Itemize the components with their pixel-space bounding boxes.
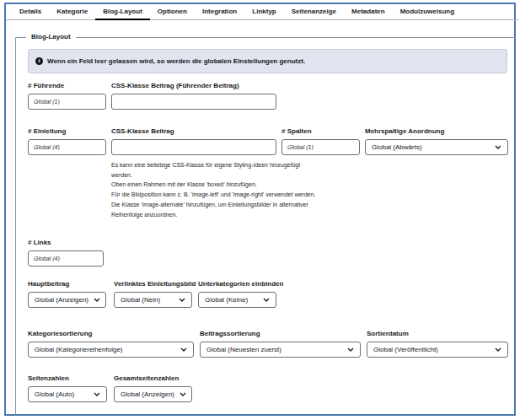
row-links: # Links — [28, 239, 104, 267]
css-beitrag-label: CSS-Klasse Beitrag — [111, 127, 276, 135]
hauptbeitrag-label: Hauptbeitrag — [28, 280, 106, 288]
tab-seitenanzeige[interactable]: Seitenanzeige — [284, 4, 344, 19]
select-value: Global (Neuesten zuerst) — [206, 346, 281, 353]
help-paragraph: Es kann eine beliebige CSS-Klasse für ei… — [111, 160, 317, 180]
field-mehrspaltige-anordnung: Mehrspaltige Anordnung Global (Abwärts) — [365, 127, 508, 155]
field-css-beitrag: CSS-Klasse Beitrag Es kann eine beliebig… — [111, 127, 276, 219]
select-value: Global (Nein) — [121, 296, 160, 304]
kategoriesortierung-select[interactable]: Global (Kategoriereihenfolge) — [28, 342, 194, 358]
row-einleitung: # Einleitung CSS-Klasse Beitrag Es kann … — [28, 127, 508, 219]
row-fuehrende: # Führende CSS-Klasse Beitrag (Führender… — [28, 82, 276, 110]
chevron-down-icon — [179, 298, 185, 302]
mehrspaltige-anordnung-select[interactable]: Global (Abwärts) — [365, 139, 508, 155]
field-seitenzahlen: Seitenzahlen Global (Auto) — [28, 374, 107, 402]
field-gesamtseitenzahlen: Gesamtseitenzahlen Global (Anzeigen) — [114, 374, 192, 402]
field-kategoriesortierung: Kategoriesortierung Global (Kategorierei… — [28, 330, 194, 358]
spalten-label: # Spalten — [281, 127, 360, 135]
sortierdatum-label: Sortierdatum — [367, 330, 508, 337]
beitragssortierung-select[interactable]: Global (Neuesten zuerst) — [200, 342, 361, 358]
unterkategorien-einbinden-select[interactable]: Global (Keine) — [198, 292, 276, 308]
tab-bar: Details Kategorie Blog-Layout Optionen I… — [6, 4, 518, 20]
tab-modulzuweisung[interactable]: Modulzuweisung — [393, 4, 462, 19]
select-value: Global (Keine) — [205, 296, 248, 304]
einleitung-label: # Einleitung — [28, 127, 106, 135]
beitragssortierung-label: Beitragssortierung — [200, 330, 361, 337]
spalten-input[interactable] — [281, 139, 360, 155]
seitenzahlen-label: Seitenzahlen — [28, 374, 107, 382]
chevron-down-icon — [347, 347, 354, 352]
tab-blog-layout[interactable]: Blog-Layout — [95, 4, 150, 20]
sortierdatum-select[interactable]: Global (Veröffentlicht) — [367, 342, 508, 358]
help-paragraph: Oben einen Rahmen mit der Klasse 'boxed'… — [111, 180, 317, 190]
tab-metadaten[interactable]: Metadaten — [344, 4, 393, 19]
field-fuehrende: # Führende — [28, 82, 106, 110]
tab-kategorie[interactable]: Kategorie — [49, 4, 95, 19]
info-alert-text: Wenn ein Feld leer gelassen wird, so wer… — [47, 57, 305, 65]
mehrspaltige-anordnung-label: Mehrspaltige Anordnung — [365, 127, 508, 135]
css-fuehrend-label: CSS-Klasse Beitrag (Führender Beitrag) — [111, 82, 276, 89]
select-value: Global (Kategoriereihenfolge) — [35, 346, 123, 353]
chevron-down-icon — [94, 298, 100, 302]
gesamtseitenzahlen-select[interactable]: Global (Anzeigen) — [114, 386, 192, 402]
css-beitrag-help-text: Es kann eine beliebige CSS-Klasse für ei… — [111, 160, 317, 219]
tab-integration[interactable]: Integration — [195, 4, 244, 19]
fuehrende-input[interactable] — [28, 94, 106, 110]
row-seitenzahlen: Seitenzahlen Global (Auto) Gesamtseitenz… — [28, 374, 192, 402]
chevron-down-icon — [495, 145, 501, 149]
help-paragraph: Für die Bildposition kann z. B. 'image-l… — [111, 190, 317, 219]
field-css-fuehrend: CSS-Klasse Beitrag (Führender Beitrag) — [111, 82, 276, 110]
chevron-down-icon — [495, 347, 501, 352]
select-value: Global (Auto) — [35, 390, 74, 398]
unterkategorien-einbinden-label: Unterkategorien einbinden — [198, 280, 276, 288]
info-icon: i — [35, 57, 43, 65]
select-value: Global (Veröffentlicht) — [373, 346, 438, 353]
select-value: Global (Abwärts) — [372, 143, 422, 151]
field-spalten: # Spalten — [281, 127, 360, 155]
chevron-down-icon — [180, 347, 187, 352]
chevron-down-icon — [263, 298, 270, 302]
field-verlinktes-einleitungsbild: Verlinktes Einleitungsbild Global (Nein) — [114, 280, 192, 308]
tab-details[interactable]: Details — [12, 4, 49, 19]
info-alert: i Wenn ein Feld leer gelassen wird, so w… — [28, 49, 507, 73]
tab-optionen[interactable]: Optionen — [150, 4, 195, 19]
css-beitrag-input[interactable] — [111, 139, 276, 155]
blog-layout-settings-page: Details Kategorie Blog-Layout Optionen I… — [0, 0, 520, 420]
seitenzahlen-select[interactable]: Global (Auto) — [28, 386, 107, 402]
select-value: Global (Anzeigen) — [121, 390, 174, 398]
fieldset-legend: Blog-Layout — [26, 33, 76, 40]
hauptbeitrag-select[interactable]: Global (Anzeigen) — [28, 292, 106, 308]
links-input[interactable] — [28, 250, 104, 267]
links-label: # Links — [28, 239, 104, 246]
field-links: # Links — [28, 239, 104, 267]
chevron-down-icon — [94, 392, 100, 396]
css-fuehrend-input[interactable] — [111, 94, 276, 110]
field-beitragssortierung: Beitragssortierung Global (Neuesten zuer… — [200, 330, 361, 358]
field-hauptbeitrag: Hauptbeitrag Global (Anzeigen) — [28, 280, 106, 308]
field-einleitung: # Einleitung — [28, 127, 106, 155]
kategoriesortierung-label: Kategoriesortierung — [28, 330, 194, 337]
einleitung-input[interactable] — [28, 139, 106, 155]
field-unterkategorien-einbinden: Unterkategorien einbinden Global (Keine) — [198, 280, 276, 308]
tab-linktyp[interactable]: Linktyp — [244, 4, 283, 19]
verlinktes-einleitungsbild-select[interactable]: Global (Nein) — [114, 292, 192, 308]
row-sortierung: Kategoriesortierung Global (Kategorierei… — [28, 330, 508, 358]
verlinktes-einleitungsbild-label: Verlinktes Einleitungsbild — [114, 280, 192, 288]
gesamtseitenzahlen-label: Gesamtseitenzahlen — [114, 374, 192, 382]
field-sortierdatum: Sortierdatum Global (Veröffentlicht) — [367, 330, 508, 358]
chevron-down-icon — [180, 392, 186, 396]
fuehrende-label: # Führende — [28, 82, 106, 89]
row-hauptbeitrag: Hauptbeitrag Global (Anzeigen) Verlinkte… — [28, 280, 276, 308]
select-value: Global (Anzeigen) — [35, 296, 88, 304]
